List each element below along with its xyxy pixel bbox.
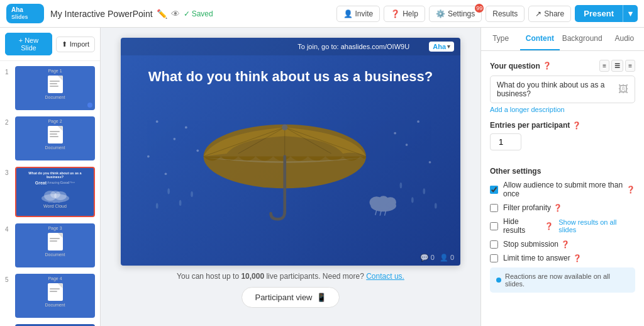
align-center-icon[interactable]: ☰ — [611, 60, 623, 72]
allow-audience-help[interactable]: ❓ — [626, 186, 635, 194]
slide-item-4[interactable]: 4 Page 3 Document — [4, 222, 96, 269]
slide-thumb-1: Page 1 Document — [15, 66, 95, 110]
stop-submission-help[interactable]: ❓ — [561, 240, 570, 249]
logo-line2: Slides — [11, 14, 28, 21]
slide-item-5[interactable]: 5 Page 4 Document — [4, 273, 96, 319]
svg-point-38 — [156, 203, 158, 208]
hide-results-checkbox[interactable] — [490, 222, 498, 230]
saved-badge: ✓ Saved — [184, 9, 213, 18]
svg-point-19 — [196, 149, 199, 152]
limit-time-help[interactable]: ❓ — [573, 254, 582, 262]
import-button[interactable]: ⬆ Import — [56, 37, 95, 52]
mobile-icon: 📱 — [316, 293, 326, 302]
slide-canvas: To join, go to: ahaslides.com/OIW9U Aha … — [121, 38, 460, 266]
app-logo[interactable]: Aha Slides — [6, 4, 44, 23]
allow-audience-checkbox[interactable] — [490, 186, 498, 194]
question-input[interactable]: What do you think about us as a business… — [490, 76, 635, 103]
entries-help-icon[interactable]: ❓ — [572, 121, 581, 130]
reactions-info-box: Reactions are now available on all slide… — [490, 267, 635, 293]
svg-point-17 — [165, 172, 167, 175]
document-title-area: My Interactive PowerPoint ✏️ 👁 ✓ Saved — [50, 9, 330, 19]
svg-point-3 — [50, 191, 60, 198]
svg-point-15 — [174, 138, 176, 140]
allow-audience-row: Allow audience to submit more than once … — [490, 181, 635, 198]
comment-counter: 💬 0 — [420, 254, 435, 262]
slide-preview-area: To join, go to: ahaslides.com/OIW9U Aha … — [101, 28, 480, 326]
left-sidebar: + New Slide ⬆ Import 1 Page 1 — [0, 28, 101, 326]
svg-point-39 — [435, 203, 437, 208]
slide-item-1[interactable]: 1 Page 1 — [4, 65, 96, 111]
add-description-link[interactable]: Add a longer description — [490, 106, 635, 113]
slide-thumb-4: Page 3 Document — [15, 223, 95, 267]
new-slide-button[interactable]: + New Slide — [5, 33, 52, 55]
slide-join-text: To join, go to: ahaslides.com/OIW9U — [278, 43, 429, 50]
slide-item-6[interactable]: 6 How do you rate these aspects of a buy… — [4, 323, 96, 326]
filter-profanity-help[interactable]: ❓ — [553, 204, 562, 212]
tab-type[interactable]: Type — [481, 28, 520, 50]
entries-input[interactable] — [490, 133, 521, 150]
tab-content[interactable]: Content — [520, 28, 559, 50]
limit-time-label: Limit time to answer ❓ — [503, 254, 582, 262]
show-results-link[interactable]: Show results on all slides — [558, 218, 635, 233]
limit-time-row: Limit time to answer ❓ — [490, 254, 635, 262]
check-icon: ✓ — [184, 9, 190, 18]
entries-field-label: Entries per participant ❓ — [490, 121, 635, 130]
svg-point-34 — [191, 191, 193, 197]
stop-submission-checkbox[interactable] — [490, 240, 498, 249]
svg-point-32 — [167, 188, 170, 194]
slide-actions: + New Slide ⬆ Import — [0, 28, 100, 61]
settings-button[interactable]: ⚙️ Settings 99 — [429, 6, 482, 22]
present-button[interactable]: Present ▾ — [575, 5, 638, 22]
filter-profanity-checkbox[interactable] — [490, 204, 498, 212]
slide-list: 1 Page 1 — [0, 61, 100, 326]
svg-point-35 — [400, 183, 402, 188]
svg-point-21 — [406, 143, 408, 146]
cloud-svg-preview — [36, 187, 74, 203]
help-button[interactable]: ❓ Help — [384, 6, 425, 22]
person-icon: 👤 — [343, 9, 353, 18]
svg-point-33 — [179, 200, 182, 205]
question-help-icon[interactable]: ❓ — [543, 62, 552, 70]
word-cloud-preview: Great Amazing Good Nice — [19, 181, 91, 185]
present-label: Present — [575, 5, 623, 22]
document-title-text: My Interactive PowerPoint — [50, 9, 153, 19]
slide-item-2[interactable]: 2 Page 2 — [4, 115, 96, 162]
svg-line-4 — [48, 202, 49, 203]
allow-audience-label: Allow audience to submit more than once … — [503, 181, 635, 198]
align-left-icon[interactable]: ≡ — [599, 60, 609, 72]
stop-submission-row: Stop submission ❓ — [490, 240, 635, 249]
other-settings-label: Other settings — [490, 167, 635, 176]
slide-counters: 💬 0 👤 0 — [420, 254, 454, 262]
info-dot — [496, 278, 501, 283]
filter-profanity-label: Filter profanity ❓ — [503, 203, 562, 212]
slide-logo-badge: Aha ▾ — [429, 42, 454, 52]
edit-icon[interactable]: ✏️ — [157, 9, 167, 19]
present-dropdown-arrow[interactable]: ▾ — [623, 5, 638, 22]
align-right-icon[interactable]: ≡ — [625, 60, 635, 72]
participant-note: You can host up to 10,000 live participa… — [177, 272, 404, 281]
invite-button[interactable]: 👤 Invite — [336, 6, 380, 22]
hide-results-label: Hide results ❓ — [503, 217, 553, 235]
eye-icon[interactable]: 👁 — [171, 9, 180, 19]
tab-background[interactable]: Background — [560, 28, 605, 50]
top-navigation: Aha Slides My Interactive PowerPoint ✏️ … — [0, 0, 644, 28]
slide-thumb-2: Page 2 Document — [15, 116, 95, 160]
participant-view-button[interactable]: Participant view 📱 — [242, 287, 339, 308]
help-icon: ❓ — [391, 9, 400, 18]
limit-time-checkbox[interactable] — [490, 254, 498, 262]
results-button[interactable]: Results — [486, 6, 525, 22]
below-slide: You can host up to 10,000 live participa… — [170, 266, 411, 314]
image-icon[interactable]: 🖼 — [618, 84, 628, 95]
share-button[interactable]: ↗ Share — [528, 6, 571, 22]
contact-link[interactable]: Contact us. — [366, 272, 404, 281]
tab-audio[interactable]: Audio — [605, 28, 644, 50]
hide-results-row: Hide results ❓ Show results on all slide… — [490, 217, 635, 235]
slide-item-3[interactable]: 3 What do you think about us as a busine… — [4, 166, 96, 218]
hide-results-help[interactable]: ❓ — [545, 222, 553, 230]
svg-point-18 — [185, 126, 187, 128]
umbrella-illustration — [140, 105, 441, 231]
svg-line-44 — [375, 210, 377, 215]
slide-main-content: What do you think about us as a business… — [121, 55, 460, 250]
slide-question-text: What do you think about us as a business… — [148, 68, 433, 86]
nav-actions: 👤 Invite ❓ Help ⚙️ Settings 99 Results ↗… — [336, 5, 638, 22]
